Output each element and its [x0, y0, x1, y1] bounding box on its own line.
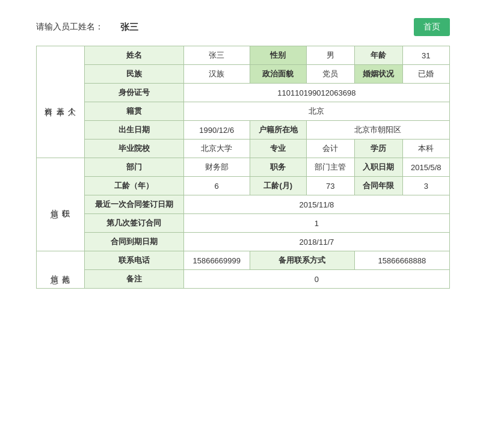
value-contract-expiry: 2018/11/7	[183, 233, 449, 251]
value-registered-address: 北京市朝阳区	[306, 121, 449, 140]
table-row: 最近一次合同签订日期 2015/11/8	[37, 195, 450, 214]
value-birthdate: 1990/12/6	[183, 121, 250, 140]
label-education: 学历	[354, 140, 402, 158]
employee-info-table: 个人基本资料 姓名 张三 性别 男 年龄 31 民族 汉族 政治面貌 党员 婚姻…	[36, 46, 450, 289]
section-employment-label: 任职信息	[37, 158, 85, 251]
label-registered-address: 户籍所在地	[250, 121, 306, 140]
label-contract-count: 第几次签订合同	[84, 214, 183, 233]
label-seniority-month: 工龄(月)	[250, 177, 306, 195]
page-wrapper: 请输入员工姓名： 张三 首页 个人基本资料 姓名 张三 性别 男 年龄 31 民…	[0, 0, 486, 307]
table-row: 出生日期 1990/12/6 户籍所在地 北京市朝阳区	[37, 121, 450, 140]
label-position: 职务	[250, 158, 306, 177]
value-position: 部门主管	[306, 158, 354, 177]
table-row: 籍贯 北京	[37, 102, 450, 121]
value-marital: 已婚	[402, 65, 449, 84]
label-last-contract-date: 最近一次合同签订日期	[84, 195, 183, 214]
section-personal-label: 个人基本资料	[37, 46, 85, 158]
label-backup-contact: 备用联系方式	[250, 251, 354, 270]
label-notes: 备注	[84, 270, 183, 289]
value-backup-contact: 15866668888	[354, 251, 449, 270]
label-hometown: 籍贯	[84, 102, 183, 121]
label-department: 部门	[84, 158, 183, 177]
label-contract-expiry: 合同到期日期	[84, 233, 183, 251]
value-contract-years: 3	[402, 177, 449, 195]
label-entry-date: 入职日期	[354, 158, 402, 177]
value-notes: 0	[183, 270, 449, 289]
table-row: 工龄（年） 6 工龄(月) 73 合同年限 3	[37, 177, 450, 195]
table-row: 任职信息 部门 财务部 职务 部门主管 入职日期 2015/5/8	[37, 158, 450, 177]
label-political: 政治面貌	[250, 65, 306, 84]
value-school: 北京大学	[183, 140, 250, 158]
label-marital: 婚姻状况	[354, 65, 402, 84]
value-education: 本科	[402, 140, 449, 158]
label-name: 姓名	[84, 46, 183, 65]
value-name: 张三	[183, 46, 250, 65]
table-row: 民族 汉族 政治面貌 党员 婚姻状况 已婚	[37, 65, 450, 84]
table-row: 身份证号 110110199012063698	[37, 84, 450, 102]
label-major: 专业	[250, 140, 306, 158]
section-other-label: 其他信息	[37, 251, 85, 289]
label-school: 毕业院校	[84, 140, 183, 158]
table-row: 个人基本资料 姓名 张三 性别 男 年龄 31	[37, 46, 450, 65]
value-age: 31	[402, 46, 449, 65]
home-button[interactable]: 首页	[414, 18, 450, 36]
header-row: 请输入员工姓名： 张三 首页	[36, 18, 450, 36]
table-row: 第几次签订合同 1	[37, 214, 450, 233]
value-contract-count: 1	[183, 214, 449, 233]
employee-name-display: 张三	[120, 22, 138, 33]
table-row: 备注 0	[37, 270, 450, 289]
label-contract-years: 合同年限	[354, 177, 402, 195]
value-ethnicity: 汉族	[183, 65, 250, 84]
label-ethnicity: 民族	[84, 65, 183, 84]
table-row: 毕业院校 北京大学 专业 会计 学历 本科	[37, 140, 450, 158]
value-last-contract-date: 2015/11/8	[183, 195, 449, 214]
value-phone: 15866669999	[183, 251, 250, 270]
header-left: 请输入员工姓名： 张三	[36, 22, 138, 33]
value-gender: 男	[306, 46, 354, 65]
label-id: 身份证号	[84, 84, 183, 102]
value-major: 会计	[306, 140, 354, 158]
table-row: 合同到期日期 2018/11/7	[37, 233, 450, 251]
value-political: 党员	[306, 65, 354, 84]
value-id: 110110199012063698	[183, 84, 449, 102]
label-seniority-year: 工龄（年）	[84, 177, 183, 195]
label-birthdate: 出生日期	[84, 121, 183, 140]
value-seniority-year: 6	[183, 177, 250, 195]
value-seniority-month: 73	[306, 177, 354, 195]
value-entry-date: 2015/5/8	[402, 158, 449, 177]
value-hometown: 北京	[183, 102, 449, 121]
label-gender: 性别	[250, 46, 306, 65]
label-phone: 联系电话	[84, 251, 183, 270]
value-department: 财务部	[183, 158, 250, 177]
label-age: 年龄	[354, 46, 402, 65]
table-row: 其他信息 联系电话 15866669999 备用联系方式 15866668888	[37, 251, 450, 270]
prompt-label: 请输入员工姓名：	[36, 22, 103, 32]
